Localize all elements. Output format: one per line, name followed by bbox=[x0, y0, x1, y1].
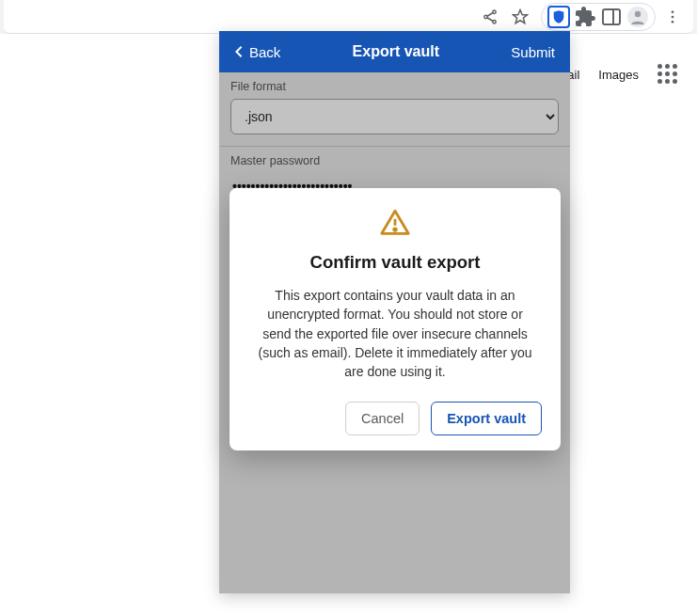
google-apps-icon[interactable] bbox=[657, 64, 678, 85]
svg-point-11 bbox=[672, 15, 674, 18]
svg-point-9 bbox=[635, 10, 641, 16]
profile-icon[interactable] bbox=[626, 6, 649, 28]
extensions-icon[interactable] bbox=[574, 6, 596, 28]
dialog-title: Confirm vault export bbox=[248, 252, 542, 273]
confirm-export-dialog: Confirm vault export This export contain… bbox=[230, 188, 561, 450]
svg-point-1 bbox=[484, 15, 487, 18]
side-panel-icon[interactable] bbox=[600, 6, 623, 28]
svg-point-0 bbox=[493, 10, 496, 13]
extensions-pill bbox=[541, 3, 656, 31]
svg-point-12 bbox=[672, 20, 674, 23]
bitwarden-extension-icon[interactable] bbox=[547, 6, 570, 28]
popup-header: Back Export vault Submit bbox=[219, 31, 570, 72]
warning-icon bbox=[248, 207, 542, 239]
file-format-select[interactable]: .json bbox=[230, 99, 559, 134]
file-format-label: File format bbox=[230, 80, 559, 93]
export-vault-button[interactable]: Export vault bbox=[431, 402, 542, 435]
dialog-actions: Cancel Export vault bbox=[248, 402, 542, 435]
back-button-label: Back bbox=[249, 44, 280, 60]
svg-line-4 bbox=[487, 17, 493, 21]
svg-point-14 bbox=[394, 229, 397, 231]
browser-toolbar bbox=[4, 0, 693, 34]
file-format-section: File format .json bbox=[219, 72, 570, 147]
svg-line-3 bbox=[487, 12, 493, 16]
popup-title: Export vault bbox=[353, 43, 439, 60]
svg-point-2 bbox=[493, 20, 496, 23]
svg-point-10 bbox=[672, 10, 674, 13]
dialog-body: This export contains your vault data in … bbox=[248, 286, 542, 381]
google-header-links: ail Images bbox=[567, 64, 678, 85]
svg-rect-6 bbox=[603, 9, 620, 24]
star-icon[interactable] bbox=[507, 4, 533, 30]
back-button[interactable]: Back bbox=[234, 44, 280, 60]
submit-button[interactable]: Submit bbox=[511, 44, 555, 60]
kebab-menu-icon[interactable] bbox=[659, 4, 686, 30]
svg-marker-5 bbox=[514, 9, 528, 23]
cancel-button[interactable]: Cancel bbox=[345, 402, 420, 435]
share-icon[interactable] bbox=[477, 4, 503, 30]
images-link[interactable]: Images bbox=[598, 68, 639, 82]
master-password-label: Master password bbox=[230, 154, 559, 167]
